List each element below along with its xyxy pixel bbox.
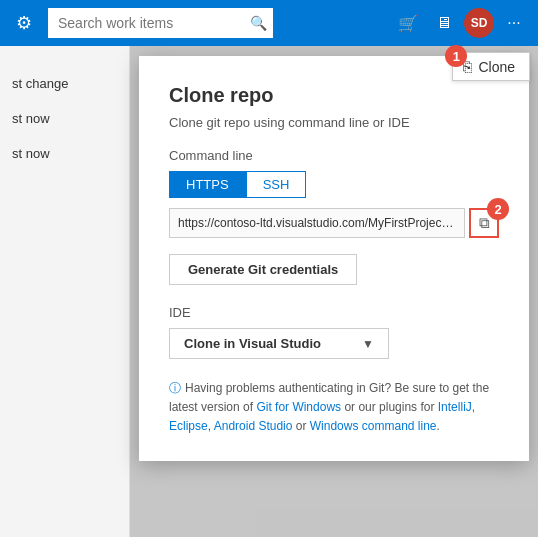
- monitor-icon[interactable]: 🖥: [428, 7, 460, 39]
- panel-subtitle: Clone git repo using command line or IDE: [169, 115, 499, 130]
- more-menu-icon[interactable]: ···: [498, 7, 530, 39]
- link-windows-command-line[interactable]: Windows command line: [310, 419, 437, 433]
- search-input[interactable]: [48, 8, 243, 38]
- tab-https[interactable]: HTTPS: [169, 171, 246, 198]
- repo-url-input[interactable]: [169, 208, 465, 238]
- info-text: ⓘHaving problems authenticating in Git? …: [169, 379, 499, 437]
- ide-dropdown[interactable]: Clone in Visual Studio ▼: [169, 328, 389, 359]
- basket-icon[interactable]: 🛒: [392, 7, 424, 39]
- page-body: st change st now st now Clone repo Clone…: [0, 46, 538, 537]
- dropdown-arrow-icon: ▼: [362, 337, 374, 351]
- url-row: 2 ⧉: [169, 208, 499, 238]
- clone-btn-label: Clone: [478, 59, 515, 75]
- sidebar-item-2[interactable]: st now: [0, 101, 129, 136]
- tab-row: HTTPS SSH: [169, 171, 499, 198]
- copy-icon: ⧉: [479, 214, 490, 232]
- link-git-for-windows[interactable]: Git for Windows: [256, 400, 341, 414]
- generate-git-credentials-button[interactable]: Generate Git credentials: [169, 254, 357, 285]
- topbar-icons: 🛒 🖥 SD ···: [392, 7, 530, 39]
- panel-title: Clone repo: [169, 84, 499, 107]
- ide-option-label: Clone in Visual Studio: [184, 336, 321, 351]
- link-eclipse[interactable]: Eclipse: [169, 419, 208, 433]
- info-circle-icon: ⓘ: [169, 381, 181, 395]
- copy-btn-wrap: 2 ⧉: [469, 208, 499, 238]
- link-android-studio[interactable]: Android Studio: [214, 419, 293, 433]
- gear-icon[interactable]: ⚙: [8, 7, 40, 39]
- sidebar: st change st now st now: [0, 46, 130, 537]
- clone-button-area: 1 ⎘ Clone: [452, 52, 530, 81]
- sidebar-item-3[interactable]: st now: [0, 136, 129, 171]
- ide-label: IDE: [169, 305, 499, 320]
- badge-2: 2: [487, 198, 509, 220]
- panel-overlay: Clone repo Clone git repo using command …: [130, 46, 538, 537]
- clone-button[interactable]: 1 ⎘ Clone: [452, 52, 530, 81]
- tab-ssh[interactable]: SSH: [246, 171, 307, 198]
- sidebar-item-1[interactable]: st change: [0, 66, 129, 101]
- search-icon[interactable]: 🔍: [243, 8, 273, 38]
- command-line-label: Command line: [169, 148, 499, 163]
- clone-panel: Clone repo Clone git repo using command …: [139, 56, 529, 461]
- avatar[interactable]: SD: [464, 8, 494, 38]
- topbar: ⚙ 🔍 🛒 🖥 SD ···: [0, 0, 538, 46]
- link-intellij[interactable]: IntelliJ: [438, 400, 472, 414]
